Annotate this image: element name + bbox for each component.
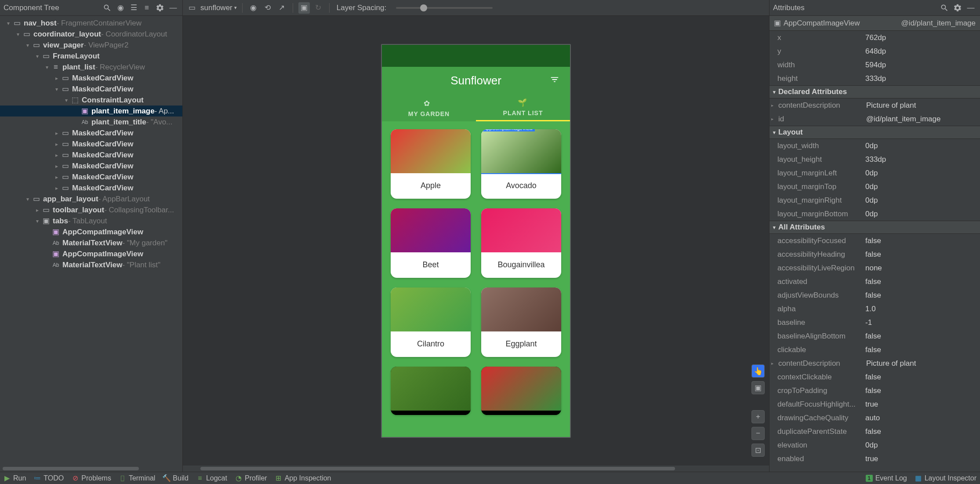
tree-row[interactable]: ▸▭MaskedCardView [0, 149, 182, 160]
attribute-value[interactable]: -1 [865, 318, 872, 327]
tree-row[interactable]: ▾▭MaskedCardView [0, 84, 182, 95]
minimize-icon[interactable]: — [965, 2, 976, 14]
tree-toggle-icon[interactable] [72, 118, 80, 126]
left-horizontal-scrollbar[interactable] [0, 466, 182, 472]
attribute-value[interactable]: false [865, 427, 881, 436]
refresh-icon[interactable]: ↻ [312, 2, 324, 14]
attribute-value[interactable]: 0dp [865, 182, 878, 191]
attribute-value[interactable]: false [865, 346, 881, 354]
attribute-row[interactable]: layout_marginLeft0dp [769, 166, 980, 180]
attribute-row[interactable]: elevation0dp [769, 438, 980, 452]
plant-grid[interactable]: AppleAppCompatImageViewAvocadoBeetBougai… [382, 121, 570, 437]
attribute-value[interactable]: false [865, 277, 881, 286]
tree-toggle-icon[interactable]: ▾ [24, 195, 32, 203]
attribute-row[interactable]: ▸contentDescriptionPicture of plant [769, 98, 980, 112]
attribute-section-header[interactable]: ▾Declared Attributes [769, 85, 980, 98]
attribute-row[interactable]: height333dp [769, 72, 980, 85]
tree-row[interactable]: ▣AppCompatImageView [0, 248, 182, 259]
search-icon[interactable] [102, 2, 113, 14]
attribute-value[interactable]: 0dp [865, 196, 878, 205]
tree-toggle-icon[interactable] [43, 239, 51, 247]
plant-card[interactable]: Eggplant [481, 287, 561, 357]
attribute-row[interactable]: accessibilityHeadingfalse [769, 247, 980, 261]
filter-list-icon[interactable] [550, 75, 559, 87]
plant-card[interactable] [391, 367, 471, 415]
gear-icon[interactable] [952, 2, 963, 14]
build-button[interactable]: 🔨Build [163, 474, 189, 482]
attribute-value[interactable]: true [865, 400, 878, 409]
tree-toggle-icon[interactable] [43, 250, 51, 258]
attribute-value[interactable]: 762dp [865, 33, 886, 42]
attribute-row[interactable]: duplicateParentStatefalse [769, 425, 980, 438]
zoom-in-icon[interactable]: + [751, 410, 765, 423]
chevron-down-icon[interactable]: ▾ [773, 130, 776, 135]
attribute-value[interactable]: 0dp [865, 441, 878, 450]
tree-toggle-icon[interactable]: ▾ [43, 63, 51, 71]
attribute-section-header[interactable]: ▾All Attributes [769, 221, 980, 234]
event-log-button[interactable]: 1Event Log [866, 474, 907, 482]
attribute-value[interactable]: auto [865, 414, 880, 422]
tree-row[interactable]: Abplant_item_title - "Avo... [0, 116, 182, 127]
attribute-row[interactable]: y648dp [769, 44, 980, 58]
tree-toggle-icon[interactable]: ▸ [53, 162, 61, 170]
attribute-value[interactable]: false [865, 373, 881, 382]
filter-icon[interactable]: ☰ [128, 2, 139, 14]
tree-row[interactable]: AbMaterialTextView - "Plant list" [0, 259, 182, 270]
attribute-value[interactable]: none [865, 264, 882, 273]
tree-toggle-icon[interactable]: ▸ [53, 129, 61, 137]
attribute-row[interactable]: ▸contentDescriptionPicture of plant [769, 357, 980, 370]
terminal-button[interactable]: ⌷Terminal [119, 474, 155, 482]
tree-toggle-icon[interactable]: ▸ [53, 184, 61, 192]
tree-row[interactable]: ▣plant_item_image - Ap... [0, 106, 182, 116]
attribute-row[interactable]: contextClickablefalse [769, 370, 980, 384]
attribute-row[interactable]: layout_marginRight0dp [769, 193, 980, 207]
tree-row[interactable]: ▸▭MaskedCardView [0, 73, 182, 84]
profiler-button[interactable]: ◔Profiler [235, 474, 267, 482]
run-button[interactable]: ▶Run [4, 474, 26, 482]
attribute-value[interactable]: true [865, 455, 878, 463]
minimize-icon[interactable]: — [167, 2, 179, 14]
tree-toggle-icon[interactable]: ▾ [14, 30, 22, 38]
attribute-value[interactable]: Picture of plant [866, 101, 916, 110]
attribute-row[interactable]: ▸id@id/plant_item_image [769, 112, 980, 126]
plant-card[interactable]: Bougainvillea [481, 208, 561, 278]
attribute-row[interactable]: enabledtrue [769, 452, 980, 466]
attribute-value[interactable]: false [865, 291, 881, 300]
layers-icon[interactable]: ▣ [751, 381, 765, 394]
attribute-value[interactable]: 0dp [865, 210, 878, 218]
attribute-row[interactable]: x762dp [769, 31, 980, 44]
attribute-row[interactable]: layout_marginTop0dp [769, 180, 980, 193]
tree-row[interactable]: ▸▭toolbar_layout - CollapsingToolbar... [0, 204, 182, 215]
tree-row[interactable]: ▸▭MaskedCardView [0, 138, 182, 149]
attribute-value[interactable]: 594dp [865, 61, 886, 69]
gear-icon[interactable] [154, 2, 166, 14]
tab-plant-list[interactable]: 🌱 PLANT LIST [476, 95, 570, 121]
view-mode-icon[interactable]: ◉ [248, 2, 259, 14]
tree-row[interactable]: ▸▭MaskedCardView [0, 160, 182, 171]
tree-toggle-icon[interactable]: ▸ [53, 173, 61, 181]
attribute-row[interactable]: adjustViewBoundsfalse [769, 288, 980, 302]
expand-icon[interactable]: ≡ [141, 2, 152, 14]
chevron-down-icon[interactable]: ▾ [773, 89, 776, 95]
component-tree[interactable]: ▾▭nav_host - FragmentContainerView▾▭coor… [0, 16, 182, 466]
plant-card[interactable]: Beet [391, 208, 471, 278]
tree-toggle-icon[interactable]: ▾ [4, 19, 12, 27]
chevron-down-icon[interactable]: ▾ [773, 225, 776, 230]
attribute-row[interactable]: width594dp [769, 58, 980, 72]
tree-toggle-icon[interactable] [72, 107, 80, 115]
plant-card[interactable]: Apple [391, 129, 471, 199]
problems-button[interactable]: ⊘Problems [72, 474, 111, 482]
app-inspection-button[interactable]: ⊞App Inspection [275, 474, 331, 482]
tree-toggle-icon[interactable]: ▾ [62, 96, 70, 104]
layer-spacing-slider[interactable] [396, 7, 493, 9]
export-icon[interactable]: ↗ [276, 2, 287, 14]
tree-row[interactable]: ▸▭MaskedCardView [0, 171, 182, 182]
tree-row[interactable]: ▾▣tabs - TabLayout [0, 215, 182, 226]
tree-toggle-icon[interactable]: ▾ [53, 85, 61, 93]
attribute-row[interactable]: alpha1.0 [769, 302, 980, 316]
tree-row[interactable]: ▾▭coordinator_layout - CoordinatorLayout [0, 29, 182, 40]
tree-toggle-icon[interactable]: ▾ [24, 41, 32, 49]
expand-icon[interactable]: ▸ [771, 103, 777, 108]
snapshot-icon[interactable]: ▣ [298, 2, 310, 14]
zoom-out-icon[interactable]: − [751, 427, 765, 440]
